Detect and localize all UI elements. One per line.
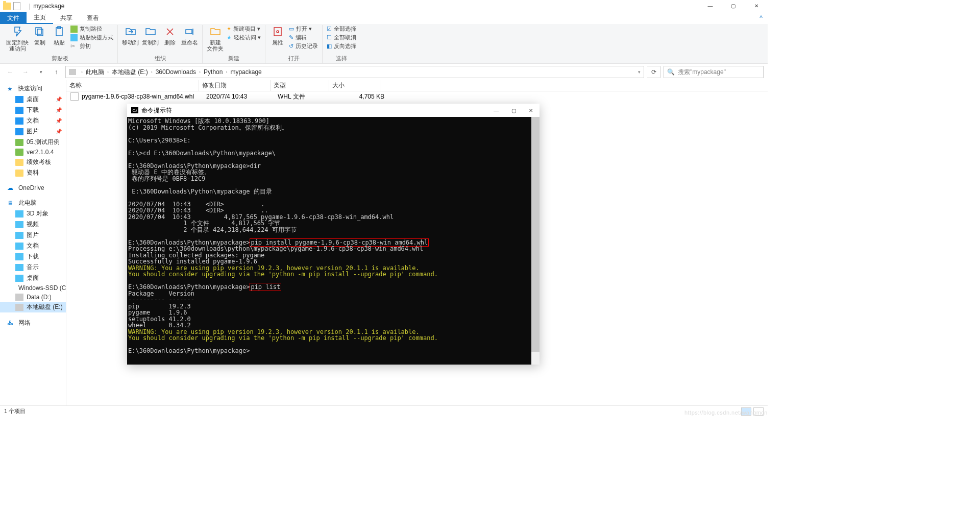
sidebar-item[interactable]: 绩效考核 xyxy=(0,157,66,167)
nav-sidebar: ★快速访问 桌面📌 下载📌 文档📌 图片📌 05.测试用例 ver2.1.0.4… xyxy=(0,80,66,405)
copy-path-button[interactable]: 复制路径 xyxy=(70,25,113,33)
address-bar: ← → ▾ ↑ › 此电脑› 本地磁盘 (E:)› 360Downloads› … xyxy=(0,64,768,80)
cmd-window: C:\ 命令提示符 — ▢ ✕ Microsoft Windows [版本 10… xyxy=(127,104,540,365)
delete-button[interactable]: 删除 xyxy=(162,25,178,45)
crumb-mypackage[interactable]: mypackage xyxy=(230,68,261,76)
sidebar-item[interactable]: 桌面📌 xyxy=(0,94,66,105)
ribbon-expand-icon[interactable]: ^ xyxy=(754,12,768,24)
svg-rect-0 xyxy=(37,29,43,36)
crumb-thispc[interactable]: 此电脑 xyxy=(86,68,104,77)
tab-view[interactable]: 查看 xyxy=(80,12,106,24)
crumb-python[interactable]: Python xyxy=(204,68,223,76)
cmd-icon: C:\ xyxy=(131,107,138,113)
copyto-button[interactable]: 复制到 xyxy=(142,25,159,45)
invert-selection-button[interactable]: ◧反向选择 xyxy=(327,42,356,50)
sidebar-item-current[interactable]: 本地磁盘 (E:) xyxy=(0,302,66,312)
cmd-maximize-button[interactable]: ▢ xyxy=(505,104,522,117)
ribbon-group-organize: 组织 xyxy=(122,55,198,63)
item-count: 1 个项目 xyxy=(4,407,26,415)
file-icon xyxy=(70,92,79,101)
new-item-button[interactable]: ✦新建项目 ▾ xyxy=(227,25,261,33)
properties-button[interactable]: 属性 xyxy=(270,25,286,45)
sidebar-item[interactable]: 05.测试用例 xyxy=(0,137,66,148)
forward-button[interactable]: → xyxy=(19,66,32,78)
sidebar-network[interactable]: 🖧网络 xyxy=(0,318,66,328)
easy-access-button[interactable]: ★轻松访问 ▾ xyxy=(227,34,261,41)
sidebar-item[interactable]: 下载 xyxy=(0,251,66,262)
ribbon-group-new: 新建 xyxy=(207,55,261,63)
paste-button[interactable]: 粘贴 xyxy=(51,25,67,45)
recent-button[interactable]: ▾ xyxy=(35,66,47,78)
file-row[interactable]: pygame-1.9.6-cp38-cp38-win_amd64.whl 202… xyxy=(66,91,768,102)
copy-button[interactable]: 复制 xyxy=(32,25,48,45)
sidebar-item[interactable]: 音乐 xyxy=(0,262,66,273)
file-icon xyxy=(13,2,20,10)
up-button[interactable]: ↑ xyxy=(50,66,62,78)
cut-button[interactable]: ✂剪切 xyxy=(70,42,113,50)
sidebar-item[interactable]: Data (D:) xyxy=(0,293,66,302)
tab-home[interactable]: 主页 xyxy=(27,12,53,24)
sidebar-quickaccess[interactable]: ★快速访问 xyxy=(0,83,66,94)
sidebar-item[interactable]: 视频 xyxy=(0,219,66,230)
ribbon: 固定到快 速访问 复制 粘贴 复制路径 粘贴快捷方式 ✂剪切 剪贴板 移动到 复… xyxy=(0,24,768,64)
sidebar-item[interactable]: 文档 xyxy=(0,240,66,251)
window-title: mypackage xyxy=(33,3,64,10)
pc-icon xyxy=(69,69,76,75)
breadcrumb[interactable]: › 此电脑› 本地磁盘 (E:)› 360Downloads› Python› … xyxy=(65,66,644,78)
history-button[interactable]: ↺历史记录 xyxy=(289,42,318,50)
col-name[interactable]: 名称 xyxy=(66,80,199,91)
minimize-button[interactable]: — xyxy=(699,0,722,12)
select-all-button[interactable]: ☑全部选择 xyxy=(327,25,356,33)
new-folder-button[interactable]: 新建 文件夹 xyxy=(207,25,224,52)
col-date[interactable]: 修改日期 xyxy=(199,80,271,91)
maximize-button[interactable]: ▢ xyxy=(722,0,745,12)
edit-button[interactable]: ✎编辑 xyxy=(289,34,318,41)
cmd-titlebar[interactable]: C:\ 命令提示符 — ▢ ✕ xyxy=(127,104,540,117)
back-button[interactable]: ← xyxy=(4,66,16,78)
window-titlebar: | mypackage — ▢ ✕ xyxy=(0,0,768,12)
cmd-output[interactable]: Microsoft Windows [版本 10.0.18363.900] (c… xyxy=(127,117,540,365)
sidebar-item[interactable]: 文档📌 xyxy=(0,115,66,126)
cmd-scrollbar[interactable] xyxy=(531,117,540,365)
sidebar-item[interactable]: 图片 xyxy=(0,230,66,240)
ribbon-group-clipboard: 剪贴板 xyxy=(6,55,113,63)
sidebar-item[interactable]: 桌面 xyxy=(0,273,66,283)
svg-rect-1 xyxy=(36,28,41,34)
rename-button[interactable]: 重命名 xyxy=(181,25,198,45)
sidebar-item[interactable]: 图片📌 xyxy=(0,126,66,137)
refresh-button[interactable]: ⟳ xyxy=(647,66,660,78)
col-type[interactable]: 类型 xyxy=(271,80,329,91)
file-type: WHL 文件 xyxy=(275,92,333,101)
watermark: https://blog.csdn.net/wangmcn xyxy=(684,409,768,416)
crumb-360[interactable]: 360Downloads xyxy=(156,68,196,76)
cmd-close-button[interactable]: ✕ xyxy=(522,104,540,117)
pin-to-quickaccess-button[interactable]: 固定到快 速访问 xyxy=(6,25,29,52)
ribbon-tabs: 文件 主页 共享 查看 ^ xyxy=(0,12,768,24)
tab-share[interactable]: 共享 xyxy=(53,12,80,24)
paste-shortcut-button[interactable]: 粘贴快捷方式 xyxy=(70,34,113,41)
cmd-minimize-button[interactable]: — xyxy=(487,104,505,117)
title-separator: | xyxy=(29,3,30,10)
ribbon-group-open: 打开 xyxy=(270,55,318,63)
crumb-drive[interactable]: 本地磁盘 (E:) xyxy=(112,68,148,77)
close-button[interactable]: ✕ xyxy=(745,0,768,12)
moveto-button[interactable]: 移动到 xyxy=(122,25,139,45)
sidebar-thispc[interactable]: 🖥此电脑 xyxy=(0,198,66,208)
search-input[interactable]: 🔍搜索"mypackage" xyxy=(664,66,764,78)
tab-file[interactable]: 文件 xyxy=(0,12,27,24)
cmd-title: 命令提示符 xyxy=(141,106,172,115)
sidebar-item[interactable]: ver2.1.0.4 xyxy=(0,148,66,157)
sidebar-item[interactable]: 资料 xyxy=(0,167,66,178)
sidebar-item[interactable]: 3D 对象 xyxy=(0,208,66,219)
col-size[interactable]: 大小 xyxy=(329,80,380,91)
select-none-button[interactable]: ☐全部取消 xyxy=(327,34,356,41)
status-bar: 1 个项目 xyxy=(0,405,768,417)
svg-rect-5 xyxy=(274,28,281,36)
sidebar-item[interactable]: 下载📌 xyxy=(0,105,66,115)
sidebar-item[interactable]: Windows-SSD (C: xyxy=(0,283,66,293)
ribbon-group-select: 选择 xyxy=(327,55,356,63)
sidebar-onedrive[interactable]: ☁OneDrive xyxy=(0,183,66,192)
open-button[interactable]: ▭打开 ▾ xyxy=(289,25,318,33)
file-size: 4,705 KB xyxy=(333,93,384,100)
file-date: 2020/7/4 10:43 xyxy=(203,93,275,100)
